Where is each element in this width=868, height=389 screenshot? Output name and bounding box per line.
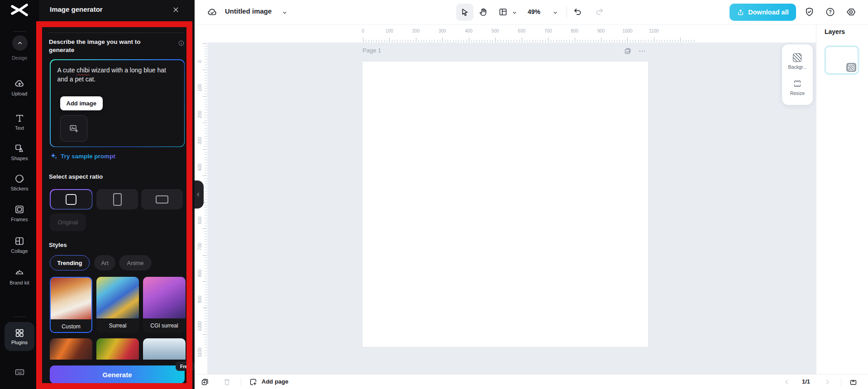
sidebar-item-stickers[interactable]: Stickers (0, 173, 39, 192)
next-page-button[interactable] (824, 378, 831, 386)
v-ruler-label: 0 (197, 60, 202, 63)
collapse-panel-button[interactable] (12, 35, 28, 51)
hand-tool-button[interactable] (478, 7, 488, 17)
resize-button[interactable]: Resize (790, 79, 805, 96)
sidebar-item-design[interactable]: Design (0, 55, 39, 61)
zoom-level[interactable]: 49% (528, 8, 540, 15)
present-button[interactable] (849, 378, 858, 386)
h-ruler-label: 700 (544, 28, 552, 33)
h-ruler-label: 1100 (649, 28, 659, 33)
plugins-grid-icon (14, 328, 24, 338)
text-icon (14, 113, 25, 123)
add-image-tooltip: Add image (60, 96, 103, 110)
sidebar-item-plugins[interactable]: Plugins (5, 322, 34, 351)
style-card-partial-1[interactable] (50, 338, 92, 360)
sidebar-item-frames[interactable]: Frames (0, 204, 39, 223)
sparkle-icon (50, 152, 57, 160)
background-button[interactable]: Backgr... (788, 53, 807, 70)
page-label[interactable]: Page 1 (362, 47, 381, 54)
canvas-page[interactable] (362, 62, 648, 347)
prompt-input[interactable]: A cute chibi wizard with a long blue hat… (51, 60, 184, 147)
document-title[interactable]: Untitled image (225, 7, 272, 15)
frames-icon (14, 204, 25, 215)
v-ruler-label: 300 (197, 137, 202, 145)
layout-tool-button[interactable] (498, 7, 508, 17)
page-indicator: 1/1 (802, 378, 810, 385)
shield-check-icon (804, 7, 815, 17)
h-ruler: 010020030040050060070080090010001100 (195, 24, 816, 43)
prev-page-button[interactable] (783, 378, 791, 386)
safety-button[interactable] (804, 7, 815, 17)
style-card-partial-2[interactable] (96, 338, 139, 360)
settings-button[interactable] (846, 7, 856, 17)
tab-anime[interactable]: Anime (119, 255, 152, 270)
layers-title: Layers (825, 28, 845, 35)
info-icon[interactable] (178, 40, 185, 47)
style-card-custom[interactable]: Custom (50, 277, 92, 333)
select-tool-button[interactable] (456, 4, 473, 21)
style-card-surreal[interactable]: Surreal (96, 277, 139, 333)
bottombar: Add page 1/1 (195, 374, 868, 389)
style-thumbnail (50, 338, 92, 360)
zoom-chevron-down-icon[interactable] (552, 9, 558, 16)
aspect-landscape-button[interactable] (141, 189, 183, 209)
toolbar-divider (567, 7, 567, 18)
sidebar-item-brand-kit[interactable]: Brand kit (0, 267, 39, 286)
brand-kit-icon (14, 267, 25, 278)
undo-button[interactable] (573, 7, 582, 17)
generate-strip: Generate Free (39, 360, 195, 389)
keyboard-shortcuts-button[interactable] (14, 366, 25, 378)
help-button[interactable]: ? (825, 7, 835, 17)
download-all-button[interactable]: Download all (730, 4, 796, 21)
background-icon (793, 53, 801, 62)
style-thumbnail (51, 278, 91, 319)
sidebar-item-upload[interactable]: Upload (0, 78, 39, 97)
redo-icon (595, 7, 604, 17)
add-page-button[interactable] (249, 378, 258, 386)
h-ruler-label: 600 (518, 28, 525, 33)
add-image-button[interactable] (60, 115, 87, 142)
h-ruler-label: 500 (491, 28, 499, 33)
add-page-label[interactable]: Add page (262, 378, 288, 385)
hand-icon (478, 7, 488, 17)
h-ruler-label: 800 (571, 28, 578, 33)
keyboard-icon (14, 366, 25, 378)
aspect-original-button[interactable]: Original (50, 213, 86, 231)
title-chevron-down-icon[interactable] (281, 9, 288, 16)
more-options-icon[interactable] (638, 47, 646, 55)
layer-thumbnail[interactable] (825, 46, 858, 74)
v-ruler-label: 1100 (197, 347, 202, 357)
aspect-square-button[interactable] (50, 189, 92, 209)
close-panel-button[interactable] (172, 6, 180, 14)
landscape-aspect-icon (156, 195, 168, 204)
duplicate-page-button[interactable] (200, 378, 209, 386)
resize-icon (793, 79, 802, 88)
h-ruler-label: 300 (439, 28, 446, 33)
add-page-icon (249, 378, 258, 386)
style-card-cgi-surreal[interactable]: CGI surreal (143, 277, 186, 333)
tab-trending[interactable]: Trending (50, 255, 90, 270)
try-sample-prompt-link[interactable]: Try sample prompt (50, 152, 115, 160)
generate-button[interactable]: Generate Free (50, 365, 185, 384)
layout-grid-icon (498, 7, 508, 17)
delete-page-button[interactable] (223, 378, 231, 386)
aspect-portrait-button[interactable] (96, 189, 138, 209)
style-card-partial-3[interactable] (143, 338, 186, 360)
duplicate-page-icon[interactable] (624, 47, 632, 55)
v-ruler-label: 200 (197, 111, 202, 119)
v-ruler-label: 600 (197, 216, 202, 224)
cursor-icon (460, 8, 470, 17)
stickers-icon (14, 173, 25, 184)
sidebar-item-collage[interactable]: Collage (0, 236, 39, 255)
sidebar-item-text[interactable]: Text (0, 113, 39, 132)
sidebar-item-shapes[interactable]: Shapes (0, 143, 39, 162)
free-badge: Free (176, 362, 195, 371)
panel-title: Image generator (50, 5, 103, 13)
misspelled-word: chibi (76, 66, 90, 74)
bottombar-divider (841, 378, 841, 386)
layout-chevron-down-icon[interactable] (511, 9, 518, 16)
describe-label: Describe the image you want to generate (49, 38, 167, 54)
tab-art[interactable]: Art (94, 255, 115, 270)
redo-button[interactable] (595, 7, 604, 17)
bottombar-divider (241, 378, 241, 386)
